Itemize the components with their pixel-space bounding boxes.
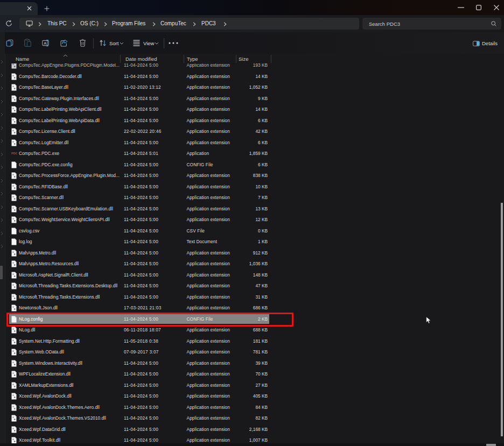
svg-text:PDC: PDC: [11, 152, 17, 155]
svg-text:A: A: [44, 41, 46, 46]
